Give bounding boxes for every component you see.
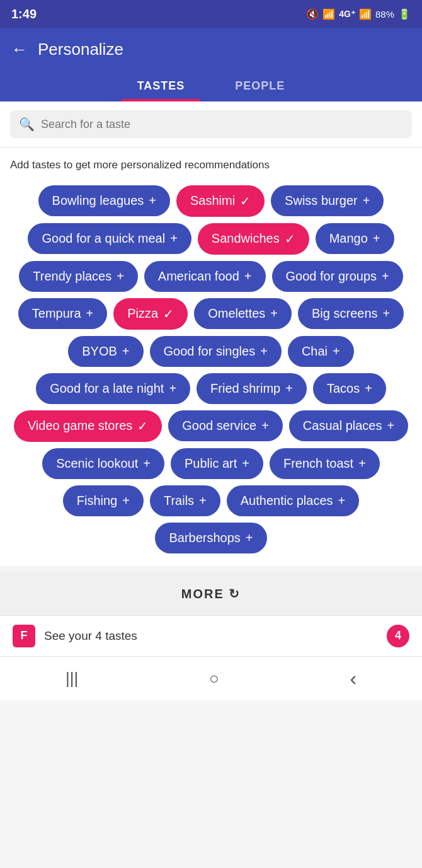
tag-fried-shrimp[interactable]: Fried shrimp + [197,373,307,404]
tag-casual-places[interactable]: Casual places + [289,410,408,441]
signal-icon: 📶 [359,8,372,20]
tag-good-service[interactable]: Good service + [168,410,283,441]
see-tastes-text: See your 4 tastes [44,629,378,643]
tag-barbershops[interactable]: Barbershops + [155,523,266,553]
refresh-icon: ↻ [229,587,241,601]
tags-container: Bowling leagues + Sashimi ✓ Swiss burger… [10,185,412,553]
page-title: Personalize [38,40,123,59]
more-button[interactable]: MORE ↻ [181,586,241,601]
back-button[interactable]: ← [11,40,28,59]
tastes-badge: 4 [387,625,409,647]
tag-bowling-leagues[interactable]: Bowling leagues + [38,185,170,216]
tag-swiss-burger[interactable]: Swiss burger + [271,185,384,216]
tag-mango[interactable]: Mango + [316,223,394,254]
battery-icon: 🔋 [398,8,411,20]
tab-people[interactable]: PEOPLE [210,71,310,101]
wifi-icon: 📶 [322,8,335,20]
nav-menu-button[interactable]: ||| [66,669,78,688]
battery-level: 88% [375,9,394,20]
tag-byob[interactable]: BYOB + [68,336,143,367]
subtitle-text: Add tastes to get more personalized reco… [10,158,412,173]
foursquare-icon: F [13,625,35,647]
search-icon: 🔍 [19,117,35,132]
tag-fishing[interactable]: Fishing + [63,485,144,516]
tag-good-for-singles[interactable]: Good for singles + [150,336,282,367]
tab-tastes[interactable]: TASTES [112,71,210,101]
search-input[interactable] [41,118,403,131]
tag-tacos[interactable]: Tacos + [313,373,386,404]
tabs-container: TASTES PEOPLE [0,71,422,101]
tag-good-late-night[interactable]: Good for a late night + [36,373,190,404]
tag-trendy-places[interactable]: Trendy places + [19,261,138,292]
status-icons: 🔇 📶 4G⁺ 📶 88% 🔋 [306,8,411,20]
tag-french-toast[interactable]: French toast + [270,448,380,479]
tag-big-screens[interactable]: Big screens + [298,298,404,329]
tag-sandwiches[interactable]: Sandwiches ✓ [198,223,309,255]
tag-pizza[interactable]: Pizza ✓ [113,298,188,330]
tag-good-quick-meal[interactable]: Good for a quick meal + [28,223,191,254]
bottom-bar[interactable]: F See your 4 tastes 4 [0,615,422,656]
tag-sashimi[interactable]: Sashimi ✓ [176,185,265,217]
header: ← Personalize [0,28,422,71]
nav-home-button[interactable]: ○ [209,669,219,688]
tag-tempura[interactable]: Tempura + [18,298,108,329]
nav-bar: ||| ○ ‹ [0,656,422,700]
tag-authentic-places[interactable]: Authentic places + [227,485,359,516]
network-icon: 4G⁺ [339,9,355,19]
tag-good-for-groups[interactable]: Good for groups + [272,261,403,292]
status-bar: 1:49 🔇 📶 4G⁺ 📶 88% 🔋 [0,0,422,28]
tag-trails[interactable]: Trails + [150,485,220,516]
tag-omelettes[interactable]: Omelettes + [194,298,292,329]
content-area: Add tastes to get more personalized reco… [0,148,422,566]
tag-video-game-stores[interactable]: Video game stores ✓ [14,410,162,442]
nav-back-button[interactable]: ‹ [350,667,356,690]
status-time: 1:49 [11,7,37,21]
tag-scenic-lookout[interactable]: Scenic lookout + [42,448,164,479]
more-container: MORE ↻ [0,572,422,615]
tag-chai[interactable]: Chai + [288,336,354,367]
search-container: 🔍 [0,101,422,148]
search-box: 🔍 [10,110,412,138]
tag-american-food[interactable]: American food + [144,261,266,292]
tag-public-art[interactable]: Public art + [171,448,263,479]
mute-icon: 🔇 [306,8,319,20]
